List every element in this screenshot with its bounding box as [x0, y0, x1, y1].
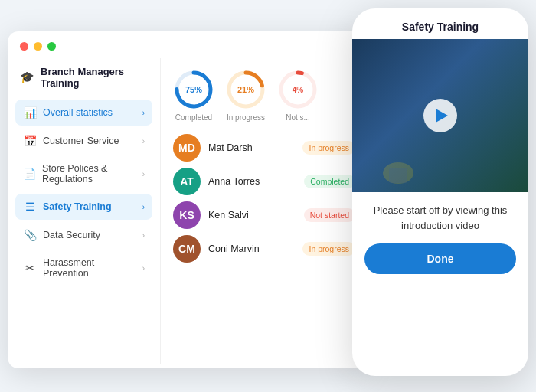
- sidebar-title: 🎓 Branch Managers Training: [15, 63, 152, 100]
- people-list: MD Mat Darsh In progress AT Anna Torres …: [173, 134, 355, 263]
- person-row-mat-darsh: MD Mat Darsh In progress: [173, 134, 355, 162]
- stat-circle-inprogress: 21%: [225, 69, 266, 110]
- mobile-phone: Safety Training Please start off by view…: [352, 8, 528, 376]
- stat-card-completed: 75% Completed: [173, 69, 214, 122]
- chevron-store-policies: ›: [142, 170, 145, 178]
- play-triangle-icon: [436, 109, 448, 122]
- inprogress-percent: 21%: [237, 85, 254, 94]
- stats-row: 75% Completed 21% In progress: [173, 69, 355, 122]
- status-ken-salvi: Not started: [304, 208, 355, 222]
- status-mat-darsh: In progress: [302, 141, 355, 155]
- sidebar-label-customer-service: Customer Service: [43, 136, 119, 146]
- avatar-anna-torres: AT: [173, 168, 201, 195]
- chevron-harassment-prevention: ›: [142, 264, 145, 273]
- sidebar: 🎓 Branch Managers Training 📊 Overall sta…: [8, 58, 161, 364]
- chevron-customer-service: ›: [142, 137, 145, 145]
- chevron-safety-training: ›: [142, 203, 145, 211]
- graduation-icon: 🎓: [20, 70, 34, 84]
- play-button[interactable]: [423, 99, 457, 132]
- chevron-data-security: ›: [142, 231, 145, 240]
- stat-card-inprogress: 21% In progress: [225, 69, 266, 122]
- person-row-anna-torres: AT Anna Torres Completed: [173, 168, 355, 195]
- status-coni-marvin: In progress: [302, 242, 355, 256]
- chevron-overall-statistics: ›: [142, 109, 145, 117]
- desktop-window: 🎓 Branch Managers Training 📊 Overall sta…: [8, 31, 368, 368]
- window-titlebar: [8, 31, 368, 58]
- scene: 🎓 Branch Managers Training 📊 Overall sta…: [8, 8, 528, 384]
- window-body: 🎓 Branch Managers Training 📊 Overall sta…: [8, 58, 368, 364]
- stat-circle-notstarted: 4%: [277, 69, 319, 110]
- phone-intro-text: Please start off by viewing this introdu…: [364, 203, 516, 233]
- sidebar-item-customer-service[interactable]: 📅 Customer Service ›: [15, 128, 152, 154]
- store-policies-icon: 📄: [23, 168, 36, 180]
- harassment-icon: ✂: [23, 262, 37, 274]
- video-overlay: [352, 39, 528, 192]
- person-row-ken-salvi: KS Ken Salvi Not started: [173, 201, 355, 229]
- sidebar-label-harassment-prevention: Harassment Prevention: [43, 257, 142, 279]
- inprogress-label: In progress: [227, 113, 265, 122]
- sidebar-label-data-security: Data Security: [43, 230, 100, 240]
- customer-service-icon: 📅: [23, 135, 37, 147]
- window-dot-yellow[interactable]: [34, 42, 42, 51]
- status-anna-torres: Completed: [304, 175, 355, 188]
- sidebar-item-overall-statistics[interactable]: 📊 Overall statistics ›: [15, 100, 152, 126]
- completed-percent: 75%: [185, 85, 202, 94]
- phone-video[interactable]: [352, 39, 528, 192]
- notstarted-percent: 4%: [293, 86, 303, 94]
- window-dot-red[interactable]: [20, 42, 28, 51]
- stat-card-notstarted: 4% Not s...: [277, 69, 319, 122]
- sidebar-item-store-policies[interactable]: 📄 Store Polices & Regulations ›: [15, 156, 152, 191]
- avatar-ken-salvi: KS: [173, 201, 201, 229]
- avatar-mat-darsh: MD: [173, 134, 201, 162]
- sidebar-item-safety-training[interactable]: ☰ Safety Training ›: [15, 194, 152, 220]
- sidebar-label-safety-training: Safety Training: [43, 201, 112, 212]
- phone-title: Safety Training: [352, 8, 528, 39]
- person-name-ken-salvi: Ken Salvi: [208, 210, 296, 220]
- stat-circle-completed: 75%: [173, 69, 214, 110]
- main-content: 75% Completed 21% In progress: [161, 58, 368, 364]
- safety-training-icon: ☰: [23, 201, 37, 213]
- sidebar-item-data-security[interactable]: 📎 Data Security ›: [15, 222, 152, 248]
- phone-body: Please start off by viewing this introdu…: [352, 192, 528, 376]
- notstarted-label: Not s...: [286, 113, 310, 122]
- sidebar-title-text: Branch Managers Training: [41, 66, 148, 89]
- sidebar-label-overall-statistics: Overall statistics: [43, 107, 113, 118]
- window-dot-green[interactable]: [47, 42, 56, 51]
- person-name-mat-darsh: Mat Darsh: [208, 142, 295, 153]
- completed-label: Completed: [175, 113, 212, 122]
- done-button[interactable]: Done: [364, 243, 516, 274]
- person-row-coni-marvin: CM Coni Marvin In progress: [173, 235, 355, 263]
- person-name-coni-marvin: Coni Marvin: [208, 243, 295, 254]
- person-name-anna-torres: Anna Torres: [208, 176, 296, 187]
- sidebar-item-harassment-prevention[interactable]: ✂ Harassment Prevention ›: [15, 250, 152, 286]
- overall-stats-icon: 📊: [23, 106, 37, 119]
- sidebar-label-store-policies: Store Polices & Regulations: [42, 163, 142, 185]
- avatar-coni-marvin: CM: [173, 235, 201, 263]
- data-security-icon: 📎: [23, 229, 37, 241]
